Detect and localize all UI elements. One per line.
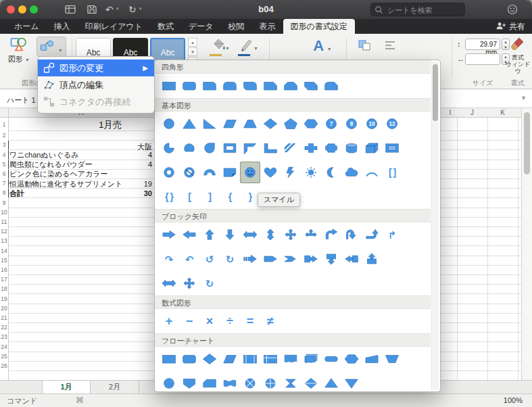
row-header-6[interactable]: 6 xyxy=(0,170,8,177)
shape-flowchart-sort[interactable] xyxy=(301,373,321,391)
menu-item-change-shape[interactable]: 図形の変更▶ xyxy=(38,59,154,76)
cell-item-label[interactable]: 合計 xyxy=(9,189,24,198)
insert-shape-button[interactable]: 図形 ▼ xyxy=(4,37,34,64)
shape-bevel[interactable] xyxy=(382,137,402,159)
change-shape-button[interactable]: ▼ xyxy=(37,37,66,57)
cell-item-label[interactable]: 恒温動物に進化するサプリメント xyxy=(9,179,122,189)
shape-flowchart-connector[interactable] xyxy=(159,373,179,391)
zoom-level[interactable]: 100% xyxy=(504,396,523,404)
row-header-26[interactable]: 26 xyxy=(0,362,8,369)
style-gallery-up-button[interactable]: ▲ xyxy=(188,38,197,47)
shape-quad-arrow[interactable] xyxy=(281,224,301,245)
cell-item-value[interactable]: 30 xyxy=(108,189,152,198)
shape-curved-up-arrow[interactable]: ↱ xyxy=(382,224,402,245)
shape-flowchart-decision[interactable] xyxy=(199,348,220,370)
shape-left-right-arrow[interactable] xyxy=(240,224,260,245)
shape-circular-arrow[interactable]: ↻ xyxy=(199,272,220,294)
column-header-K[interactable]: K xyxy=(487,109,518,116)
ribbon-tab-7[interactable]: 表示 xyxy=(252,19,283,34)
shape-down-arrow[interactable] xyxy=(220,224,240,245)
shape-l-shape[interactable] xyxy=(260,137,281,159)
row-header-22[interactable]: 22 xyxy=(0,324,8,331)
ribbon-tab-5[interactable]: データ xyxy=(181,19,221,34)
shape-cylinder[interactable] xyxy=(341,137,362,159)
shape-flowchart-manual-operation[interactable] xyxy=(382,348,402,370)
row-header-18[interactable]: 18 xyxy=(0,285,8,292)
shape-rectangle[interactable] xyxy=(159,75,179,97)
cell-item-label[interactable]: ピンク色に染めるヘアカラー xyxy=(9,169,108,178)
shape-curved-right-arrow[interactable]: ↷ xyxy=(159,248,179,270)
shape-decagon[interactable]: 10 xyxy=(362,113,382,135)
row-header-2[interactable]: 2 xyxy=(0,132,8,139)
vertical-scrollbar[interactable] xyxy=(521,108,532,380)
row-header-3[interactable]: 3 xyxy=(0,141,8,148)
row-header-11[interactable]: 11 xyxy=(0,218,8,225)
shape-half-frame[interactable] xyxy=(240,137,260,159)
shape-right-bracket[interactable]: ] xyxy=(199,186,220,208)
shape-circular-left-arrow[interactable]: ↺ xyxy=(199,248,220,270)
row-header-16[interactable]: 16 xyxy=(0,266,8,273)
shape-flowchart-or[interactable] xyxy=(260,373,281,391)
ribbon-tab-8[interactable]: 図形の書式設定 xyxy=(283,19,355,34)
shape-left-bracket[interactable]: [ xyxy=(179,186,199,208)
shape-down-arrow-callout[interactable] xyxy=(321,248,341,270)
shape-math-plus[interactable]: + xyxy=(159,310,179,332)
ribbon-tab-2[interactable]: 挿入 xyxy=(47,19,78,34)
shape-single-corner-rounded-rectangle[interactable] xyxy=(199,75,220,97)
shape-math-not-equal[interactable]: ≠ xyxy=(260,310,281,332)
shape-isosceles-triangle[interactable] xyxy=(179,113,199,135)
shape-no-symbol[interactable] xyxy=(179,162,199,183)
shape-diagonal-corners-rounded-rectangle[interactable] xyxy=(240,75,260,97)
shape-rounded-rectangle[interactable] xyxy=(179,75,199,97)
feedback-smiley-icon[interactable] xyxy=(507,4,518,15)
shape-pentagon-arrow[interactable] xyxy=(260,248,281,270)
row-header-21[interactable]: 21 xyxy=(0,314,8,321)
shape-outline-button[interactable]: ▼ xyxy=(235,38,258,54)
shape-striped-right-arrow[interactable] xyxy=(240,248,260,270)
ribbon-tab-3[interactable]: 印刷レイアウト xyxy=(78,19,150,34)
shape-top-corners-snipped-rectangle[interactable] xyxy=(281,75,301,97)
row-header-12[interactable]: 12 xyxy=(0,228,8,235)
shape-flowchart-preparation[interactable] xyxy=(341,348,362,370)
shape-left-arrow-callout[interactable] xyxy=(341,248,362,270)
shape-flowchart-off-page-connector[interactable] xyxy=(179,373,199,391)
column-header-J[interactable]: J xyxy=(457,109,487,116)
shape-right-arrow-callout[interactable] xyxy=(301,248,321,270)
menu-item-edit-points[interactable]: 頂点の編集 xyxy=(38,76,154,93)
cell-item-label[interactable]: ワニchanぬいぐるみ xyxy=(9,150,79,160)
row-header-4[interactable]: 4 xyxy=(0,151,8,158)
shape-flowchart-multidocument[interactable] xyxy=(301,348,321,370)
shape-smiley-face[interactable] xyxy=(240,162,260,183)
row-header-25[interactable]: 25 xyxy=(0,353,8,360)
shape-trapezoid[interactable] xyxy=(240,113,260,135)
shape-double-brace[interactable]: { } xyxy=(159,186,179,208)
shape-math-multiply[interactable]: × xyxy=(199,310,220,332)
shape-parallelogram[interactable] xyxy=(220,113,240,135)
shape-flowchart-document[interactable] xyxy=(281,348,301,370)
shape-height-field[interactable]: 29.97 mm xyxy=(465,39,500,50)
shape-up-down-arrow[interactable] xyxy=(260,224,281,245)
shape-right-arrow[interactable] xyxy=(159,224,179,245)
style-gallery-down-button[interactable]: ▼ xyxy=(188,47,197,56)
shape-chord[interactable] xyxy=(179,137,199,159)
shape-left-right-up-arrow[interactable] xyxy=(301,224,321,245)
shape-heptagon[interactable]: 7 xyxy=(321,113,341,135)
shape-arc[interactable] xyxy=(362,162,382,183)
ribbon-tab-4[interactable]: 数式 xyxy=(150,19,181,34)
row-header-9[interactable]: 9 xyxy=(0,199,8,206)
shape-frame[interactable] xyxy=(220,137,240,159)
shape-flowchart-manual-input[interactable] xyxy=(362,348,382,370)
ribbon-tab-6[interactable]: 校閲 xyxy=(221,19,252,34)
shape-moon[interactable] xyxy=(321,162,341,183)
shape-right-triangle[interactable] xyxy=(199,113,220,135)
shape-flowchart-collate[interactable] xyxy=(281,373,301,391)
shape-diagonal-stripe[interactable] xyxy=(281,137,301,159)
row-header-1[interactable]: 1 xyxy=(0,121,8,128)
row-header-8[interactable]: 8 xyxy=(0,189,8,196)
format-pane-button[interactable]: 書式ウィンドウ xyxy=(504,37,531,74)
shape-lightning-bolt[interactable] xyxy=(281,162,301,183)
shape-chevron-arrow[interactable] xyxy=(281,248,301,270)
shape-flowchart-merge[interactable] xyxy=(341,373,362,391)
shape-circular-right-arrow[interactable]: ↻ xyxy=(220,248,240,270)
shape-ellipse[interactable] xyxy=(159,113,179,135)
